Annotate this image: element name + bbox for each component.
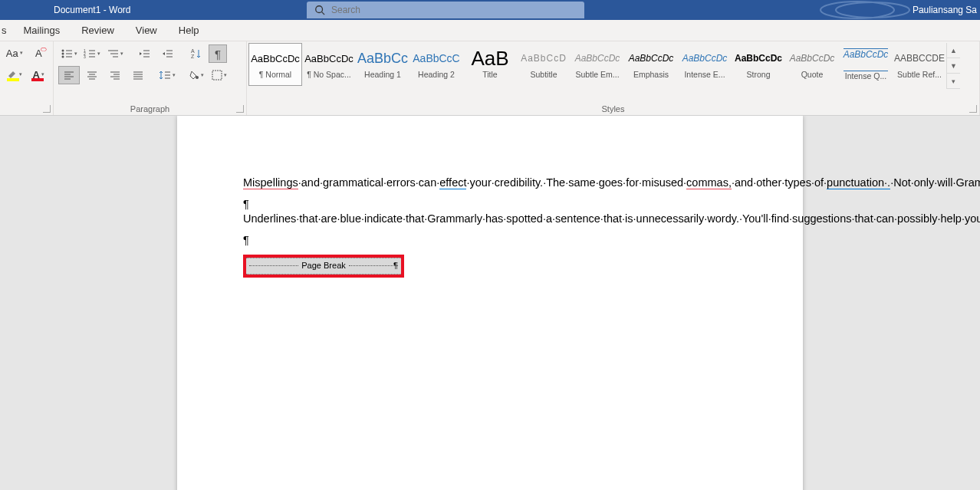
grammar-mark[interactable]: punctuation·. — [827, 176, 890, 189]
styles-expand[interactable]: ▾ — [947, 74, 960, 89]
svg-point-2 — [821, 2, 894, 18]
style-sample: AaBbCc — [357, 47, 409, 70]
style-sample: AaBbCcDc — [786, 47, 838, 70]
styles-label: Styles — [247, 104, 979, 113]
styles-scroll-up[interactable]: ▲ — [947, 43, 960, 58]
style-name: Heading 2 — [410, 70, 462, 79]
search-box[interactable] — [307, 2, 584, 18]
page-break-highlight: Page Break ¶ — [243, 255, 404, 278]
align-center-icon — [87, 71, 97, 80]
svg-point-6 — [62, 53, 64, 55]
empty-paragraph[interactable]: ¶ — [243, 233, 737, 248]
style-item-heading-2[interactable]: AaBbCcCHeading 2 — [409, 43, 463, 86]
bullets-button[interactable]: ▾ — [58, 44, 80, 63]
bucket-icon — [189, 70, 199, 81]
page[interactable]: Mispellings·and·grammatical·errors·can·e… — [177, 116, 803, 490]
line-spacing-icon — [159, 70, 171, 81]
paragraph-label: Paragraph — [54, 104, 246, 113]
page-break[interactable]: Page Break ¶ — [246, 258, 401, 275]
page-break-label: Page Break — [301, 260, 345, 271]
misspelling-mark[interactable]: Mispellings — [243, 176, 298, 189]
title-bar: Document1 - Word Pauliansang Sa — [0, 0, 980, 20]
justify-button[interactable] — [127, 66, 149, 84]
justify-icon — [133, 71, 143, 80]
shading-button[interactable]: ▾ — [186, 66, 207, 84]
style-item-emphasis[interactable]: AaBbCcDcEmphasis — [624, 43, 678, 86]
style-item-subtle-ref-[interactable]: AABBCCDESubtle Ref... — [893, 43, 946, 86]
document-title: Document1 - Word — [54, 5, 130, 15]
menu-bar: s Mailings Review View Help — [0, 20, 980, 41]
style-item-heading-1[interactable]: AaBbCcHeading 1 — [356, 43, 409, 86]
style-name: Intense Q... — [840, 71, 892, 81]
menu-item-review[interactable]: Review — [71, 20, 125, 41]
font-group: Aa▾ A⬭ ▾ A▾ — [0, 41, 54, 115]
style-item-quote[interactable]: AaBbCcDcQuote — [785, 43, 839, 86]
empty-paragraph[interactable]: ¶ — [243, 197, 737, 212]
style-sample: AaBbCcDc — [249, 47, 301, 70]
style-name: Subtle Ref... — [893, 70, 945, 79]
style-sample: AaBbCcC — [410, 47, 462, 70]
style-name: Emphasis — [625, 70, 677, 79]
align-left-button[interactable] — [58, 66, 80, 84]
style-item-strong[interactable]: AaBbCcDcStrong — [732, 43, 785, 86]
svg-text:3: 3 — [84, 54, 86, 59]
change-case-button[interactable]: Aa▾ — [5, 44, 25, 61]
style-sample: AaBbCcDc — [303, 47, 355, 70]
align-right-button[interactable] — [104, 66, 126, 84]
clear-formatting-button[interactable]: A⬭ — [29, 44, 49, 61]
align-center-button[interactable] — [81, 66, 103, 84]
style-item-title[interactable]: AaBTitle — [463, 43, 517, 86]
paragraph-dialog-launcher[interactable] — [236, 105, 244, 113]
style-name: Title — [464, 70, 516, 79]
paragraph-1[interactable]: Mispellings·and·grammatical·errors·can·e… — [243, 176, 737, 191]
style-name: ¶ Normal — [249, 70, 301, 79]
multilevel-button[interactable]: ▾ — [104, 44, 126, 63]
menu-item-help[interactable]: Help — [168, 20, 210, 41]
svg-rect-47 — [212, 71, 222, 80]
menu-item-mailings[interactable]: Mailings — [13, 20, 71, 41]
style-name: Heading 1 — [357, 70, 409, 79]
svg-text:A: A — [191, 48, 195, 54]
body-text[interactable]: Mispellings·and·grammatical·errors·can·e… — [243, 176, 737, 278]
styles-scroll-down[interactable]: ▼ — [947, 58, 960, 74]
styles-group: AaBbCcDc¶ NormalAaBbCcDc¶ No Spac...AaBb… — [247, 41, 980, 115]
svg-point-0 — [316, 6, 323, 13]
font-dialog-launcher[interactable] — [43, 105, 51, 113]
font-color-button[interactable]: A▾ — [29, 66, 49, 83]
sort-icon: AZ — [191, 48, 202, 59]
document-area[interactable]: Mispellings·and·grammatical·errors·can·e… — [0, 116, 980, 490]
numbering-button[interactable]: 123▾ — [81, 44, 103, 63]
sort-button[interactable]: AZ — [186, 44, 207, 63]
style-sample: AaBbCcD — [518, 47, 570, 70]
show-marks-button[interactable]: ¶ — [209, 44, 227, 63]
svg-line-1 — [322, 12, 325, 15]
style-item-intense-q-[interactable]: AaBbCcDcIntense Q... — [839, 43, 893, 86]
search-input[interactable] — [331, 5, 584, 15]
page-break-pilcrow: ¶ — [393, 260, 398, 271]
style-sample: AABBCCDE — [893, 47, 945, 70]
styles-dialog-launcher[interactable] — [969, 105, 977, 113]
align-right-icon — [110, 71, 120, 80]
misspelling-mark[interactable]: commas, — [686, 176, 732, 189]
style-item-subtitle[interactable]: AaBbCcDSubtitle — [517, 43, 571, 86]
indent-icon — [161, 48, 173, 59]
grammar-mark[interactable]: effect — [439, 176, 466, 189]
highlighter-icon — [7, 70, 18, 79]
align-left-icon — [64, 71, 74, 80]
style-item-subtle-em-[interactable]: AaBbCcDcSubtle Em... — [571, 43, 624, 86]
borders-icon — [212, 70, 222, 81]
svg-point-4 — [62, 50, 64, 52]
style-item--normal[interactable]: AaBbCcDc¶ Normal — [248, 43, 302, 86]
decrease-indent-button[interactable] — [133, 44, 155, 63]
user-name[interactable]: Pauliansang Sa — [913, 5, 977, 15]
menu-item-partial[interactable]: s — [0, 20, 13, 41]
line-spacing-button[interactable]: ▾ — [156, 66, 178, 84]
style-item-intense-e-[interactable]: AaBbCcDcIntense E... — [678, 43, 732, 86]
highlight-button[interactable]: ▾ — [5, 66, 25, 83]
menu-item-view[interactable]: View — [125, 20, 168, 41]
borders-button[interactable]: ▾ — [209, 66, 230, 84]
increase-indent-button[interactable] — [156, 44, 178, 63]
style-item--no-spac-[interactable]: AaBbCcDc¶ No Spac... — [302, 43, 356, 86]
style-sample: AaBbCcDc — [625, 47, 677, 70]
paragraph-2[interactable]: Underlines·that·are·blue·indicate·that·G… — [243, 212, 737, 227]
